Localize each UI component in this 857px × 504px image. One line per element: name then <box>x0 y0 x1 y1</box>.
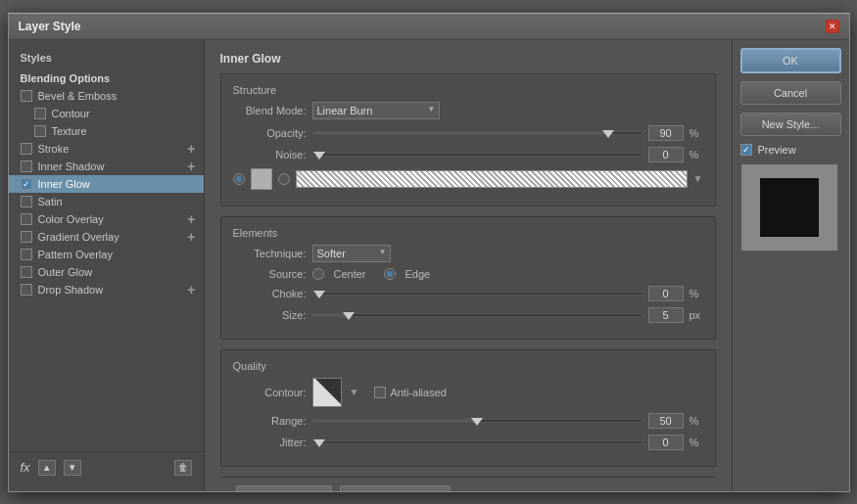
opacity-slider-container[interactable] <box>312 131 643 135</box>
gradient-arrow-icon[interactable]: ▼ <box>693 173 703 184</box>
inner-glow-label: Inner Glow <box>38 178 90 190</box>
layer-style-dialog: Layer Style ✕ Styles Blending Options Be… <box>8 13 850 492</box>
opacity-slider-thumb[interactable] <box>602 130 614 138</box>
sidebar-item-drop-shadow[interactable]: Drop Shadow + <box>9 281 204 298</box>
size-slider-thumb[interactable] <box>343 312 355 320</box>
size-slider-track[interactable] <box>312 313 643 317</box>
satin-checkbox[interactable] <box>21 196 32 207</box>
dialog-title: Layer Style <box>19 20 81 33</box>
opacity-input[interactable] <box>648 125 684 141</box>
contour-thumbnail[interactable] <box>312 378 342 407</box>
sidebar-item-satin[interactable]: Satin <box>9 193 204 210</box>
gradient-overlay-plus-icon[interactable]: + <box>187 229 195 245</box>
source-row: Source: Center Edge <box>233 268 703 280</box>
range-slider-track[interactable] <box>312 419 643 423</box>
new-style-button[interactable]: New Style... <box>740 113 841 136</box>
inner-shadow-plus-icon[interactable]: + <box>187 159 195 174</box>
ok-button[interactable]: OK <box>740 48 841 73</box>
move-down-button[interactable]: ▼ <box>64 460 81 476</box>
opacity-unit: % <box>690 127 703 139</box>
sidebar-title: Styles <box>9 48 204 69</box>
range-slider-thumb[interactable] <box>471 418 483 426</box>
stroke-checkbox[interactable] <box>21 143 32 155</box>
drop-shadow-checkbox[interactable] <box>21 284 32 296</box>
jitter-slider-container[interactable] <box>312 440 643 444</box>
contour-dropdown-icon[interactable]: ▼ <box>350 387 359 397</box>
size-slider-fill <box>313 314 347 316</box>
range-label: Range: <box>233 415 307 427</box>
sidebar-item-stroke[interactable]: Stroke + <box>9 140 204 158</box>
texture-checkbox[interactable] <box>34 125 46 137</box>
jitter-input[interactable] <box>648 435 684 450</box>
noise-slider-container[interactable] <box>312 153 643 157</box>
sidebar-footer: fx ▲ ▼ 🗑 <box>9 451 204 483</box>
color-overlay-plus-icon[interactable]: + <box>187 211 195 227</box>
sidebar-item-blending-options[interactable]: Blending Options <box>9 69 204 87</box>
move-up-button[interactable]: ▲ <box>38 460 56 476</box>
down-arrow-icon: ▼ <box>68 462 77 473</box>
choke-slider-thumb[interactable] <box>313 291 325 298</box>
source-edge-radio[interactable] <box>384 268 396 280</box>
gradient-swatch[interactable] <box>296 170 688 188</box>
sidebar: Styles Blending Options Bevel & Emboss C… <box>9 40 205 491</box>
texture-label: Texture <box>52 125 87 137</box>
color-overlay-checkbox[interactable] <box>21 213 32 225</box>
sidebar-item-gradient-overlay[interactable]: Gradient Overlay + <box>9 228 204 246</box>
opacity-slider-track[interactable] <box>312 131 643 135</box>
reset-default-button[interactable]: Reset to Default <box>340 485 451 491</box>
dialog-body: Styles Blending Options Bevel & Emboss C… <box>9 40 849 491</box>
preview-checkbox[interactable] <box>740 144 752 156</box>
color-overlay-label: Color Overlay <box>38 213 104 225</box>
inner-glow-checkbox[interactable] <box>21 178 32 190</box>
choke-label: Choke: <box>233 288 307 299</box>
stroke-plus-icon[interactable]: + <box>187 141 195 157</box>
solid-color-radio[interactable] <box>233 173 245 185</box>
blend-mode-select[interactable]: Linear Burn Normal Multiply Screen <box>312 102 440 119</box>
choke-input[interactable] <box>648 286 684 301</box>
gradient-overlay-checkbox[interactable] <box>21 231 32 243</box>
noise-slider-track[interactable] <box>312 153 643 157</box>
contour-checkbox[interactable] <box>34 108 46 119</box>
size-label: Size: <box>233 309 307 321</box>
jitter-slider-thumb[interactable] <box>313 439 325 447</box>
noise-row: Noise: % <box>233 147 703 162</box>
contour-shape <box>313 378 342 406</box>
range-input[interactable] <box>648 413 684 429</box>
bevel-emboss-checkbox[interactable] <box>21 90 32 102</box>
inner-shadow-checkbox[interactable] <box>21 160 32 172</box>
gradient-radio[interactable] <box>278 173 290 185</box>
color-swatch[interactable] <box>251 168 272 190</box>
noise-input[interactable] <box>648 147 684 162</box>
range-slider-container[interactable] <box>312 419 643 423</box>
pattern-overlay-checkbox[interactable] <box>21 249 32 260</box>
choke-slider-track[interactable] <box>312 292 643 296</box>
sidebar-item-color-overlay[interactable]: Color Overlay + <box>9 210 204 228</box>
sidebar-item-bevel-emboss[interactable]: Bevel & Emboss <box>9 87 204 105</box>
delete-style-button[interactable]: 🗑 <box>174 460 192 476</box>
noise-slider-thumb[interactable] <box>313 152 325 160</box>
cancel-button[interactable]: Cancel <box>740 81 841 105</box>
choke-slider-container[interactable] <box>312 292 643 296</box>
title-bar: Layer Style ✕ <box>9 14 849 40</box>
preview-canvas <box>740 163 838 252</box>
sidebar-item-inner-shadow[interactable]: Inner Shadow + <box>9 158 204 175</box>
jitter-slider-track[interactable] <box>312 440 643 444</box>
anti-alias-checkbox[interactable] <box>374 387 386 398</box>
range-unit: % <box>690 415 703 427</box>
outer-glow-checkbox[interactable] <box>21 266 32 278</box>
opacity-label: Opacity: <box>233 127 307 139</box>
size-slider-container[interactable] <box>312 313 643 317</box>
sidebar-item-texture[interactable]: Texture <box>9 122 204 140</box>
sidebar-item-inner-glow[interactable]: Inner Glow <box>9 175 204 193</box>
source-center-radio[interactable] <box>312 268 324 280</box>
size-row: Size: px <box>233 307 703 323</box>
technique-select[interactable]: Softer Precise <box>312 245 391 262</box>
sidebar-item-outer-glow[interactable]: Outer Glow <box>9 263 204 281</box>
make-default-button[interactable]: Make Default <box>236 485 333 491</box>
sidebar-item-contour[interactable]: Contour <box>9 105 204 122</box>
drop-shadow-plus-icon[interactable]: + <box>187 282 195 298</box>
contour-row: Contour: ▼ Anti-aliased <box>233 378 703 407</box>
close-button[interactable]: ✕ <box>826 20 839 33</box>
size-input[interactable] <box>648 307 684 323</box>
sidebar-item-pattern-overlay[interactable]: Pattern Overlay <box>9 246 204 263</box>
